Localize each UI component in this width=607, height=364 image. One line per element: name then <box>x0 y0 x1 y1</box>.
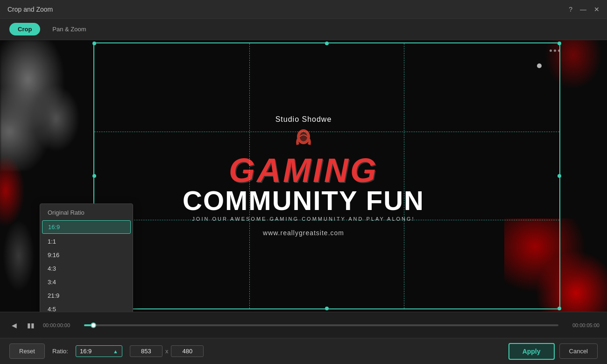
ratio-select-value: 16:9 <box>80 348 110 355</box>
scrubber-container: 00:00:00:00 00:00:05:00 <box>43 322 600 328</box>
scrubber-thumb[interactable] <box>91 322 96 328</box>
ratio-option-16-9[interactable]: 16:9 <box>42 220 131 234</box>
minimize-icon[interactable]: — <box>580 6 586 13</box>
website-text: www.reallygreatsite.com <box>168 229 439 237</box>
gaming-text: GAMING <box>168 154 439 187</box>
content-overlay: Studio Shodwe GAMING COMMUNITY FUN JOIN … <box>168 115 439 237</box>
cancel-button[interactable]: Cancel <box>559 343 598 359</box>
dimension-separator: x <box>165 348 169 355</box>
bottom-left: Reset Ratio: 16:9 ▲ x <box>9 343 204 359</box>
decoration-dots <box>550 49 560 52</box>
studio-name: Studio Shodwe <box>168 115 439 124</box>
chevron-up-icon: ▲ <box>113 349 118 354</box>
window-title: Crop and Zoom <box>7 6 53 13</box>
crop-handle-bm[interactable] <box>325 307 329 310</box>
crop-handle-mr[interactable] <box>558 174 561 178</box>
ratio-dropdown-popup: Original Ratio 16:9 1:1 9:16 4:3 3:4 21:… <box>40 203 133 312</box>
logo-icon <box>292 126 315 150</box>
close-icon[interactable]: ✕ <box>594 6 600 13</box>
ratio-option-header[interactable]: Original Ratio <box>40 206 133 219</box>
ratio-option-4-5[interactable]: 4:5 <box>40 302 133 312</box>
title-bar-controls: ? — ✕ <box>569 6 600 13</box>
svg-point-1 <box>300 132 307 141</box>
splatter-ml <box>0 149 28 233</box>
ratio-option-1-1[interactable]: 1:1 <box>40 235 133 248</box>
pause-button[interactable]: ▮▮ <box>24 319 37 332</box>
help-icon[interactable]: ? <box>569 6 572 13</box>
ratio-option-4-3[interactable]: 4:3 <box>40 262 133 275</box>
tab-crop[interactable]: Crop <box>9 23 40 35</box>
join-text: JOIN OUR AWESOME GAMING COMMUNITY AND PL… <box>168 216 439 222</box>
bottom-right: Apply Cancel <box>508 343 598 360</box>
decoration-dot <box>537 63 542 68</box>
reset-button[interactable]: Reset <box>9 343 45 359</box>
play-controls: ◀ ▮▮ <box>7 319 37 332</box>
tabs-bar: Crop Pan & Zoom <box>0 19 607 40</box>
main-area: Studio Shodwe GAMING COMMUNITY FUN JOIN … <box>0 40 607 312</box>
video-area: Studio Shodwe GAMING COMMUNITY FUN JOIN … <box>0 40 607 312</box>
community-text: COMMUNITY FUN <box>168 187 439 214</box>
ratio-option-21-9[interactable]: 21:9 <box>40 289 133 302</box>
time-start: 00:00:00:00 <box>43 322 80 328</box>
bottom-bar: Reset Ratio: 16:9 ▲ x Apply Cancel <box>0 338 607 364</box>
tab-pan-zoom[interactable]: Pan & Zoom <box>44 23 94 35</box>
splatter-tr <box>523 40 607 115</box>
ratio-option-9-16[interactable]: 9:16 <box>40 248 133 262</box>
width-input[interactable] <box>130 345 162 357</box>
scrubber-track[interactable] <box>84 324 558 326</box>
ratio-label: Ratio: <box>52 348 68 355</box>
ratio-option-3-4[interactable]: 3:4 <box>40 275 133 289</box>
apply-button[interactable]: Apply <box>508 343 555 360</box>
timeline-bar: ◀ ▮▮ 00:00:00:00 00:00:05:00 <box>0 312 607 338</box>
crop-handle-ml[interactable] <box>92 174 96 178</box>
title-bar-left: Crop and Zoom <box>7 6 53 13</box>
splatter-br <box>504 218 607 312</box>
prev-button[interactable]: ◀ <box>7 319 21 332</box>
height-input[interactable] <box>171 345 204 357</box>
crop-handle-tm[interactable] <box>325 42 329 45</box>
reset-btn[interactable]: Reset <box>9 343 45 359</box>
ratio-select-box[interactable]: 16:9 ▲ <box>76 345 122 357</box>
time-end: 00:00:05:00 <box>562 322 600 328</box>
dimension-box: x <box>130 345 204 357</box>
title-bar: Crop and Zoom ? — ✕ <box>0 0 607 19</box>
